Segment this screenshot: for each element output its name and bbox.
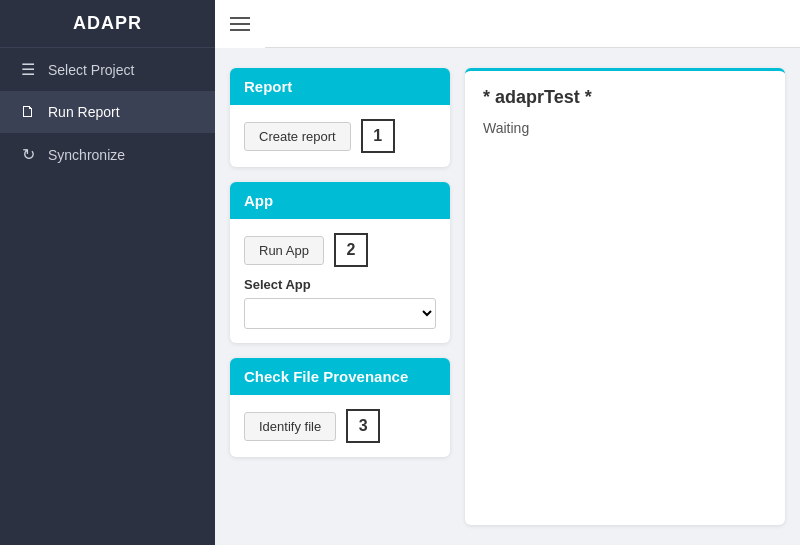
provenance-action-row: Identify file 3	[244, 409, 436, 443]
app-logo: ADAPR	[0, 0, 215, 48]
report-header-label: Report	[244, 78, 292, 95]
sidebar-item-select-project[interactable]: ☰ Select Project	[0, 48, 215, 91]
main-body: Report Create report 1 App Run App	[215, 48, 800, 545]
create-report-button[interactable]: Create report	[244, 122, 351, 151]
report-panel-header: Report	[230, 68, 450, 105]
app-action-row: Run App 2	[244, 233, 436, 267]
app-step-badge: 2	[334, 233, 368, 267]
provenance-panel-body: Identify file 3	[230, 395, 450, 457]
provenance-header-label: Check File Provenance	[244, 368, 408, 385]
main-topbar	[215, 0, 800, 48]
file-icon: 🗋	[18, 103, 38, 121]
select-app-label: Select App	[244, 277, 436, 292]
select-app-dropdown[interactable]	[244, 298, 436, 329]
report-action-row: Create report 1	[244, 119, 436, 153]
sidebar-label-synchronize: Synchronize	[48, 147, 125, 163]
report-panel: Report Create report 1	[230, 68, 450, 167]
result-status: Waiting	[483, 120, 767, 136]
provenance-panel-header: Check File Provenance	[230, 358, 450, 395]
main-content: Report Create report 1 App Run App	[215, 0, 800, 545]
sidebar-item-synchronize[interactable]: ↻ Synchronize	[0, 133, 215, 176]
sidebar-item-run-report[interactable]: 🗋 Run Report	[0, 91, 215, 133]
hamburger-small-icon: ☰	[18, 60, 38, 79]
sidebar-label-select-project: Select Project	[48, 62, 134, 78]
result-title: * adaprTest *	[483, 87, 767, 108]
menu-toggle-button[interactable]	[215, 0, 265, 48]
sidebar-label-run-report: Run Report	[48, 104, 120, 120]
report-panel-body: Create report 1	[230, 105, 450, 167]
provenance-step-badge: 3	[346, 409, 380, 443]
run-app-button[interactable]: Run App	[244, 236, 324, 265]
hamburger-icon	[230, 17, 250, 31]
app-header-label: App	[244, 192, 273, 209]
identify-file-button[interactable]: Identify file	[244, 412, 336, 441]
provenance-panel: Check File Provenance Identify file 3	[230, 358, 450, 457]
app-title: ADAPR	[73, 13, 142, 34]
sync-icon: ↻	[18, 145, 38, 164]
app-panel-body: Run App 2 Select App	[230, 219, 450, 343]
report-step-badge: 1	[361, 119, 395, 153]
panels-column: Report Create report 1 App Run App	[230, 68, 450, 525]
result-panel: * adaprTest * Waiting	[465, 68, 785, 525]
sidebar: ADAPR ☰ Select Project 🗋 Run Report ↻ Sy…	[0, 0, 215, 545]
app-panel: App Run App 2 Select App	[230, 182, 450, 343]
app-panel-header: App	[230, 182, 450, 219]
